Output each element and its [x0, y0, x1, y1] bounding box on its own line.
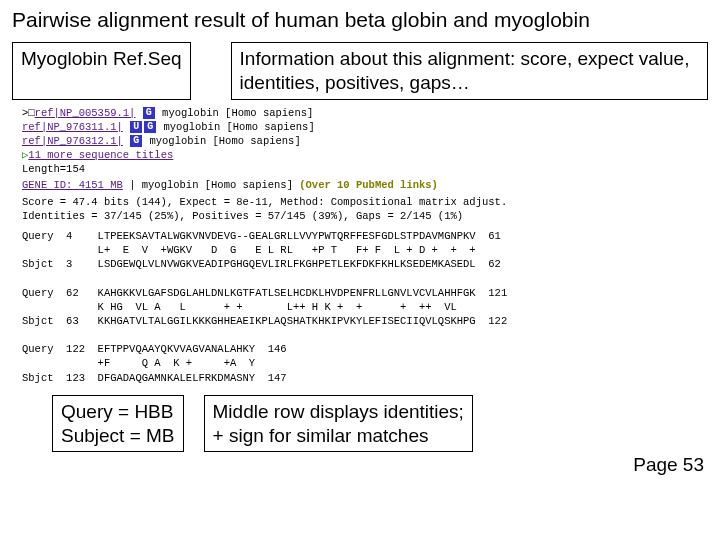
blast-output: >□ref|NP_005359.1| G myoglobin [Homo sap…	[22, 106, 698, 385]
badge-g2-icon: G	[144, 121, 156, 133]
ref-line-2: ref|NP_976311.1| UG myoglobin [Homo sapi…	[22, 120, 698, 134]
alignment-block: Query 4 LTPEEKSAVTALWGKVNVDEVG--GEALGRLL…	[22, 229, 698, 385]
more-titles-link[interactable]: 11 more sequence titles	[28, 149, 173, 161]
gene-desc: | myoglobin [Homo sapiens]	[123, 179, 299, 191]
ref3-link[interactable]: ref|NP_976312.1|	[22, 135, 123, 147]
length-line: Length=154	[22, 162, 698, 176]
pubmed-links: (Over 10 PubMed links)	[299, 179, 438, 191]
badge-u-icon: U	[130, 121, 142, 133]
badge-g-icon: G	[143, 107, 155, 119]
badge-g3-icon: G	[130, 135, 142, 147]
info-callout-box: Information about this alignment: score,…	[231, 42, 708, 100]
ref2-desc: myoglobin [Homo sapiens]	[163, 121, 314, 133]
ref-line-3: ref|NP_976312.1| G myoglobin [Homo sapie…	[22, 134, 698, 148]
ref2-link[interactable]: ref|NP_976311.1|	[22, 121, 123, 133]
query-subject-box: Query = HBB Subject = MB	[52, 395, 184, 453]
ref3-desc: myoglobin [Homo sapiens]	[149, 135, 300, 147]
slide-title: Pairwise alignment result of human beta …	[12, 8, 708, 32]
page-number: Page 53	[12, 454, 708, 476]
more-titles-line: ▷11 more sequence titles	[22, 148, 698, 162]
middle-row-box: Middle row displays identities; + sign f…	[204, 395, 473, 453]
gene-line: GENE ID: 4151 MB | myoglobin [Homo sapie…	[22, 178, 698, 192]
gene-id-link[interactable]: GENE ID: 4151 MB	[22, 179, 123, 191]
ref-line-1: >□ref|NP_005359.1| G myoglobin [Homo sap…	[22, 106, 698, 120]
ref1-link[interactable]: ref|NP_005359.1|	[35, 107, 136, 119]
top-row: Myoglobin Ref.Seq Information about this…	[12, 42, 708, 100]
myoglobin-label-box: Myoglobin Ref.Seq	[12, 42, 191, 100]
identities-line: Identities = 37/145 (25%), Positives = 5…	[22, 209, 698, 223]
bottom-row: Query = HBB Subject = MB Middle row disp…	[12, 395, 708, 453]
ref1-desc: myoglobin [Homo sapiens]	[162, 107, 313, 119]
score-line: Score = 47.4 bits (144), Expect = 8e-11,…	[22, 195, 698, 209]
